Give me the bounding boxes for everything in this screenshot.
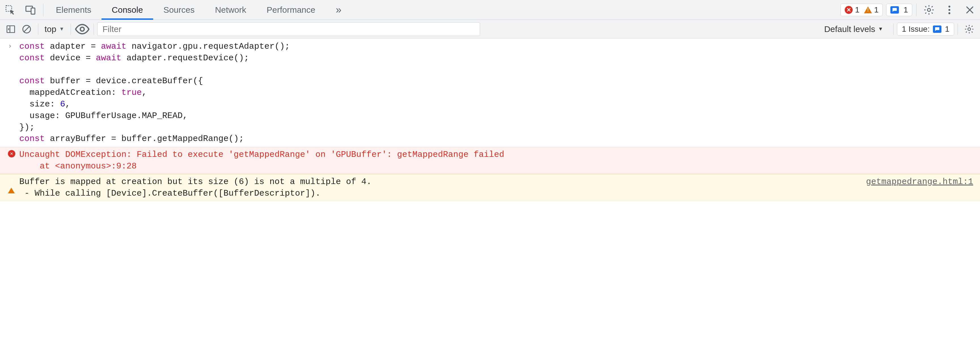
svg-rect-7 (7, 26, 15, 33)
issues-button[interactable]: 1 Issue: 1 (897, 23, 954, 36)
warning-count-value: 1 (874, 5, 879, 14)
tab-label: Elements (56, 5, 91, 15)
error-count[interactable]: ✕ 1 (845, 5, 859, 14)
warning-text: Buffer is mapped at creation but its siz… (19, 176, 855, 200)
more-tabs-icon[interactable]: » (326, 0, 352, 19)
tab-elements[interactable]: Elements (46, 0, 102, 19)
divider (893, 24, 894, 35)
error-text: Uncaught DOMException: Failed to execute… (19, 149, 504, 172)
warning-count[interactable]: 1 (864, 5, 879, 14)
levels-label: Default levels (824, 24, 875, 34)
chevron-down-icon: ▼ (878, 26, 883, 32)
sidebar-toggle-icon[interactable] (3, 22, 19, 36)
prompt-icon: › (8, 41, 19, 147)
info-count-pill[interactable]: 1 (886, 4, 912, 16)
svg-point-6 (948, 12, 950, 14)
code-block: const adapter = await navigator.gpu.requ… (19, 41, 290, 147)
console-toolbar: top ▼ Default levels ▼ 1 Issue: 1 (0, 20, 980, 38)
clear-console-icon[interactable] (19, 22, 35, 36)
info-icon (933, 25, 942, 33)
svg-point-4 (948, 6, 950, 8)
console-body: › const adapter = await navigator.gpu.re… (0, 38, 980, 201)
live-expression-icon[interactable] (74, 21, 90, 37)
tab-network[interactable]: Network (205, 0, 256, 19)
tab-label: Console (112, 5, 143, 15)
divider (43, 3, 43, 16)
context-selector[interactable]: top ▼ (42, 24, 67, 34)
chevron-down-icon: ▼ (59, 26, 64, 32)
source-link[interactable]: getmappedrange.html:1 (855, 176, 973, 200)
warning-icon (8, 176, 19, 200)
message-counts-pill[interactable]: ✕ 1 1 (840, 4, 883, 16)
divider (916, 3, 916, 16)
console-warning-row[interactable]: Buffer is mapped at creation but its siz… (0, 174, 980, 201)
inspect-icon[interactable] (0, 0, 21, 19)
console-input-row[interactable]: › const adapter = await navigator.gpu.re… (0, 38, 980, 147)
info-icon (890, 6, 899, 14)
issues-label: 1 Issue: (902, 25, 929, 34)
context-value: top (45, 24, 56, 34)
tab-label: Network (215, 5, 246, 15)
tab-label: Performance (267, 5, 315, 15)
divider (38, 24, 38, 35)
close-icon[interactable] (959, 0, 980, 19)
filter-input[interactable] (97, 22, 480, 36)
divider (958, 24, 958, 35)
kebab-menu-icon[interactable] (939, 0, 959, 19)
svg-point-5 (948, 9, 950, 11)
error-icon: ✕ (8, 149, 19, 172)
log-levels-selector[interactable]: Default levels ▼ (817, 24, 890, 34)
svg-point-10 (968, 28, 970, 30)
tab-label: Sources (163, 5, 194, 15)
tab-performance[interactable]: Performance (256, 0, 326, 19)
error-icon: ✕ (845, 6, 853, 14)
tab-console[interactable]: Console (102, 0, 153, 19)
device-toolbar-icon[interactable] (21, 0, 41, 19)
console-settings-icon[interactable] (961, 22, 977, 36)
tab-sources[interactable]: Sources (153, 0, 205, 19)
devtools-tabbar: Elements Console Sources Network Perform… (0, 0, 980, 20)
svg-point-9 (80, 27, 84, 31)
issues-count: 1 (945, 25, 950, 34)
divider (94, 24, 94, 35)
svg-point-3 (928, 8, 931, 11)
warning-icon (864, 6, 872, 13)
console-error-row[interactable]: ✕ Uncaught DOMException: Failed to execu… (0, 147, 980, 174)
error-count-value: 1 (855, 5, 859, 14)
info-count-value: 1 (904, 5, 908, 14)
settings-icon[interactable] (919, 0, 939, 19)
svg-rect-2 (31, 8, 35, 14)
